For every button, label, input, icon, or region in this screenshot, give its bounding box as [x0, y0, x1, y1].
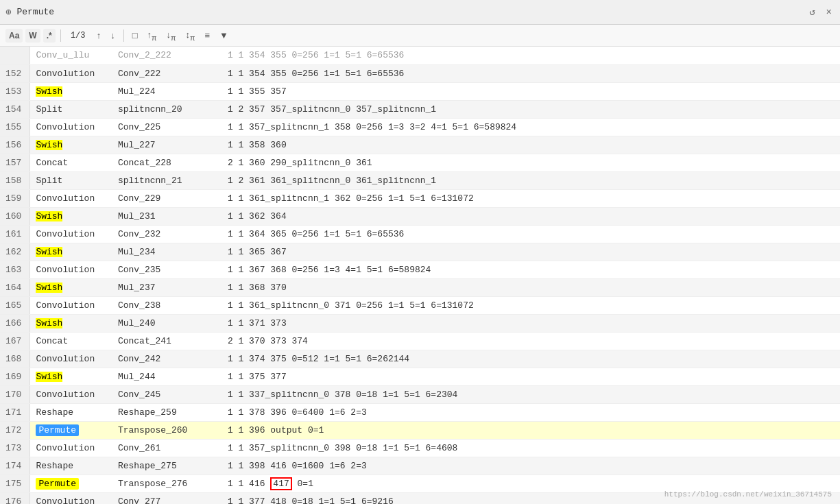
table-row[interactable]: 163 Convolution Conv_235 1 1 367 368 0=2…	[0, 261, 840, 278]
table-row[interactable]: 174 Reshape Reshape_275 1 1 398 416 0=16…	[0, 457, 840, 475]
row-name: Conv_225	[112, 118, 222, 136]
row-num: 176	[0, 492, 30, 504]
table-row[interactable]: 168 Convolution Conv_242 1 1 374 375 0=5…	[0, 350, 840, 368]
row-type: Convolution	[30, 385, 112, 403]
table-row[interactable]: 162 Swish Mul_234 1 1 365 367	[0, 243, 840, 261]
filter-button[interactable]: ▼	[216, 28, 232, 43]
row-type: Swish	[30, 136, 112, 154]
table-row[interactable]: 171 Reshape Reshape_259 1 1 378 396 0=64…	[0, 403, 840, 421]
row-num: 174	[0, 457, 30, 475]
row-name: Transpose_276	[112, 475, 222, 492]
separator-2	[123, 29, 124, 42]
row-num: 175	[0, 475, 30, 492]
close-button[interactable]: ×	[824, 5, 835, 19]
table-container: Conv_u_llu Conv_2_222 1 1 354 355 0=256 …	[0, 47, 840, 504]
search-highlight: Swish	[36, 283, 62, 293]
row-num: 162	[0, 243, 30, 261]
whole-word-button[interactable]: W	[25, 29, 40, 43]
table-row[interactable]: 160 Swish Mul_231 1 1 362 364	[0, 207, 840, 225]
nav-up-button[interactable]: ↑	[93, 28, 105, 43]
row-name: Concat_228	[112, 154, 222, 171]
row-num: 172	[0, 421, 30, 439]
row-type: Convolution	[30, 64, 112, 82]
row-type: Concat	[30, 154, 112, 171]
table-row[interactable]: 159 Convolution Conv_229 1 1 361_splitnc…	[0, 189, 840, 207]
row-name: Mul_231	[112, 207, 222, 225]
regex-button[interactable]: .*	[43, 29, 56, 43]
row-num: 168	[0, 350, 30, 368]
table-row[interactable]: 157 Concat Concat_228 2 1 360 290_splitn…	[0, 154, 840, 171]
table-row[interactable]: 164 Swish Mul_237 1 1 368 370	[0, 278, 840, 296]
row-params: 1 1 364 365 0=256 1=1 5=1 6=65536	[222, 225, 840, 243]
row-num: 158	[0, 171, 30, 189]
row-params: 2 1 360 290_splitncnn_0 361	[222, 154, 840, 171]
row-num: 163	[0, 261, 30, 278]
row-name: Transpose_260	[112, 421, 222, 439]
row-params: 1 2 357 357_splitncnn_0 357_splitncnn_1	[222, 100, 840, 118]
row-params: 1 1 354 355 0=256 1=1 5=1 6=65536	[222, 47, 840, 64]
row-name: Conv_238	[112, 296, 222, 314]
row-name: Mul_224	[112, 82, 222, 100]
row-num: 169	[0, 368, 30, 385]
row-num: 160	[0, 207, 30, 225]
row-num: 159	[0, 189, 30, 207]
table-row[interactable]: 173 Convolution Conv_261 1 1 357_splitnc…	[0, 439, 840, 457]
row-num: 173	[0, 439, 30, 457]
title-text: Permute	[16, 7, 801, 17]
view-btn-1[interactable]: □	[129, 28, 141, 43]
refresh-button[interactable]: ↺	[806, 5, 817, 19]
table-row[interactable]: 152 Convolution Conv_222 1 1 354 355 0=2…	[0, 64, 840, 82]
sort-desc-button[interactable]: ↓π	[163, 27, 180, 44]
row-type: Conv_u_llu	[30, 47, 112, 64]
row-params: 1 1 378 396 0=6400 1=6 2=3	[222, 403, 840, 421]
row-name: Mul_227	[112, 136, 222, 154]
table-row[interactable]: 155 Convolution Conv_225 1 1 357_splitnc…	[0, 118, 840, 136]
table-row[interactable]: 166 Swish Mul_240 1 1 371 373	[0, 314, 840, 332]
search-highlight: Swish	[36, 86, 62, 97]
sort-both-button[interactable]: ↕π	[182, 27, 199, 44]
table-row[interactable]: 170 Convolution Conv_245 1 1 337_splitnc…	[0, 385, 840, 403]
page-indicator: 1/3	[66, 31, 91, 40]
row-name: splitncnn_20	[112, 100, 222, 118]
table-row[interactable]: 153 Swish Mul_224 1 1 355 357	[0, 82, 840, 100]
table-row[interactable]: 161 Convolution Conv_232 1 1 364 365 0=2…	[0, 225, 840, 243]
row-type: Convolution	[30, 439, 112, 457]
row-name: Concat_241	[112, 332, 222, 350]
row-type: Convolution	[30, 118, 112, 136]
data-table: Conv_u_llu Conv_2_222 1 1 354 355 0=256 …	[0, 47, 840, 504]
row-num: 157	[0, 154, 30, 171]
row-num: 154	[0, 100, 30, 118]
table-row[interactable]: 167 Concat Concat_241 2 1 370 373 374	[0, 332, 840, 350]
table-row[interactable]: 154 Split splitncnn_20 1 2 357 357_split…	[0, 100, 840, 118]
table-row[interactable]: 156 Swish Mul_227 1 1 358 360	[0, 136, 840, 154]
columns-button[interactable]: ≡	[202, 28, 214, 43]
table-row[interactable]: 172 Permute Transpose_260 1 1 396 output…	[0, 421, 840, 439]
row-params: 1 1 354 355 0=256 1=1 5=1 6=65536	[222, 64, 840, 82]
row-num: 156	[0, 136, 30, 154]
row-type: Convolution	[30, 225, 112, 243]
search-highlight: Swish	[36, 211, 62, 221]
table-row[interactable]: 165 Convolution Conv_238 1 1 361_splitnc…	[0, 296, 840, 314]
title-bar: ⊕ Permute ↺ ×	[0, 0, 840, 25]
row-type: Swish	[30, 368, 112, 385]
table-row[interactable]: 158 Split splitncnn_21 1 2 361 361_split…	[0, 171, 840, 189]
table-row[interactable]: 169 Swish Mul_244 1 1 375 377	[0, 368, 840, 385]
row-params: 1 1 357_splitncnn_1 358 0=256 1=3 3=2 4=…	[222, 118, 840, 136]
row-num: 164	[0, 278, 30, 296]
row-params: 1 1 337_splitncnn_0 378 0=18 1=1 5=1 6=2…	[222, 385, 840, 403]
row-num: 165	[0, 296, 30, 314]
row-type: Split	[30, 100, 112, 118]
nav-down-button[interactable]: ↓	[107, 28, 119, 43]
row-name: Conv_261	[112, 439, 222, 457]
row-params: 1 1 371 373	[222, 314, 840, 332]
row-name: Conv_277	[112, 492, 222, 504]
search-highlight: Swish	[36, 247, 62, 257]
sort-asc-button[interactable]: ↑π	[144, 27, 160, 44]
row-type: Convolution	[30, 189, 112, 207]
row-name: Conv_235	[112, 261, 222, 278]
row-type: Swish	[30, 314, 112, 332]
row-num: 152	[0, 64, 30, 82]
row-num: 153	[0, 82, 30, 100]
match-case-button[interactable]: Aa	[5, 29, 23, 43]
row-params: 1 1 358 360	[222, 136, 840, 154]
